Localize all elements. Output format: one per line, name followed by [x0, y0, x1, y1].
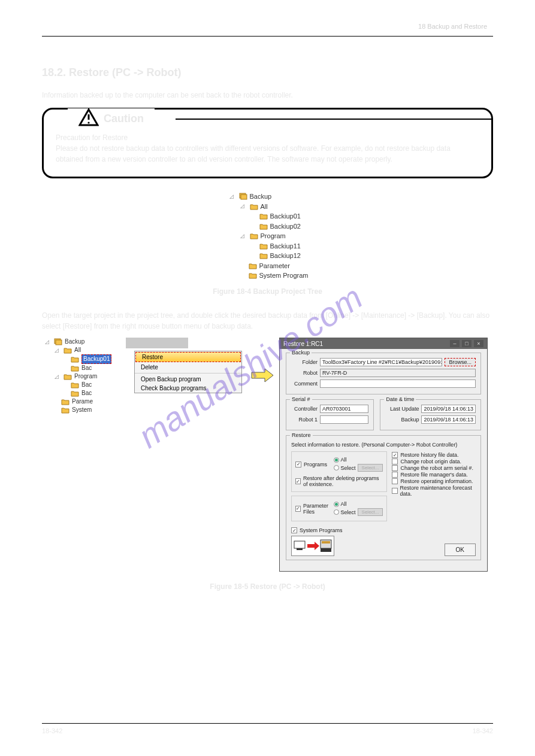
folder-icon	[259, 223, 268, 230]
checkbox-paramfiles[interactable]: ✓Parameter Files	[295, 503, 330, 515]
browse-button[interactable]: Browse...	[445, 358, 476, 366]
restore-dialog: Restore 1:RC1 – □ × Backup Folder ToolBo…	[279, 338, 488, 572]
robot1-label: Robot 1	[291, 417, 318, 423]
expand-icon[interactable]: ◿	[227, 193, 237, 201]
controller-label: Controller	[291, 406, 318, 412]
tree-leaf[interactable]: Bac	[81, 364, 92, 372]
tree-leaf-selected[interactable]: Backup01	[81, 354, 111, 364]
tree-leaf[interactable]: Backiup12	[270, 251, 301, 261]
backup-root-icon	[54, 338, 62, 345]
context-menu-open[interactable]: Open Backup program	[135, 375, 241, 384]
warning-triangle-icon	[78, 108, 99, 129]
radio-param-all[interactable]: All	[334, 501, 383, 507]
group-restore-legend: Restore	[290, 432, 313, 438]
select-param-button[interactable]: Select...	[358, 508, 383, 516]
tree-leaf[interactable]: Bac	[81, 389, 92, 397]
caution-line1: Precaution for Restore	[56, 132, 479, 143]
backupdt-input: 2019/09/18 14:06:13	[421, 415, 476, 424]
group-backup: Backup Folder ToolBox3¥Factory Line #2¥R…	[286, 353, 481, 394]
dialog-titlebar: Restore 1:RC1 – □ ×	[280, 338, 487, 349]
folder-icon	[259, 212, 268, 220]
tree-node-parameter[interactable]: Parame	[72, 397, 93, 406]
tree-node-program[interactable]: Program	[261, 231, 286, 241]
tree-node-system-program[interactable]: System	[72, 406, 92, 414]
tree-node-backup[interactable]: Backup	[250, 192, 272, 202]
select-programs-button[interactable]: Select...	[358, 464, 383, 472]
restore-instructions: Open the target project in the project t…	[42, 310, 493, 332]
close-icon[interactable]: ×	[474, 340, 483, 347]
figure-18-4: ◿Backup ◿All Backiup01 Backiup02 ◿Progra…	[42, 192, 493, 281]
checkbox-origin[interactable]: Change robot origin data.	[392, 459, 476, 464]
folder-icon	[250, 203, 258, 210]
top-rule	[42, 36, 493, 37]
expand-icon[interactable]: ◿	[238, 232, 247, 241]
tree-leaf[interactable]: Bac	[81, 381, 92, 389]
context-menu-check[interactable]: Check Backup programs	[135, 384, 241, 393]
tree-leaf[interactable]: Backiup01	[270, 211, 301, 221]
folder-icon	[64, 373, 72, 380]
folder-icon	[259, 252, 268, 259]
intro-text: Information backed up to the computer ca…	[42, 90, 493, 101]
checkbox-restore-after[interactable]: ✓Restore after deleting programs of exis…	[295, 475, 383, 487]
comment-input[interactable]	[320, 379, 476, 388]
page-footer: 18-342 18-342	[42, 723, 493, 734]
ok-button[interactable]: OK	[445, 544, 476, 556]
context-menu-restore[interactable]: Restore	[135, 352, 241, 362]
checkbox-arm[interactable]: Change the robot arm serial #.	[392, 465, 476, 471]
expand-icon[interactable]: ◿	[52, 347, 61, 354]
radio-programs-select[interactable]: SelectSelect...	[334, 464, 383, 472]
checkbox-filemgr[interactable]: Restore file manager's data.	[392, 472, 476, 478]
folder-icon	[249, 272, 257, 279]
tree-node-program[interactable]: Program	[74, 372, 97, 381]
checkbox-history[interactable]: ✓Restore history file data.	[392, 452, 476, 458]
tree-leaf[interactable]: Backiup02	[270, 221, 301, 232]
robot-input: RV-7FR-D	[320, 369, 476, 377]
tree-node-backup[interactable]: Backup	[65, 338, 84, 346]
pc-to-robot-icon	[291, 536, 334, 556]
caution-title: Caution	[104, 113, 144, 125]
tree-node-all[interactable]: All	[261, 202, 268, 212]
folder-icon	[71, 390, 79, 397]
radio-programs-all[interactable]: All	[334, 457, 383, 463]
group-serial: Serial # ControllerAR0703001 Robot 1	[286, 399, 374, 430]
tree-leaf[interactable]: Backiup11	[270, 241, 301, 251]
group-datetime: Date & time Last Update2019/09/18 14:06:…	[380, 399, 481, 430]
minimize-icon[interactable]: –	[450, 340, 460, 347]
expand-icon[interactable]: ◿	[52, 373, 61, 381]
checkbox-opinfo[interactable]: Restore operating information.	[392, 478, 476, 484]
group-datetime-legend: Date & time	[384, 396, 416, 402]
folder-label: Folder	[291, 359, 318, 365]
svg-rect-12	[322, 541, 330, 544]
figure-18-5: ◿Backup ◿All Backup01 Bac ◿Program Bac B…	[42, 338, 493, 572]
svg-marker-7	[252, 369, 273, 382]
dialog-title-text: Restore 1:RC1	[283, 341, 323, 347]
robot1-input	[320, 415, 368, 424]
figure-18-4-caption: Figure 18-4 Backup Project Tree	[42, 287, 493, 296]
maximize-icon[interactable]: □	[462, 340, 471, 347]
controller-input: AR0703001	[320, 405, 368, 413]
caution-rule	[176, 119, 492, 120]
folder-icon	[259, 242, 268, 250]
checkbox-programs[interactable]: ✓Programs	[295, 462, 327, 467]
folder-icon	[250, 232, 258, 239]
folder-icon	[61, 406, 69, 414]
tree-node-parameter[interactable]: Parameter	[259, 261, 290, 271]
folder-icon	[64, 347, 72, 354]
context-menu-delete[interactable]: Delete	[135, 363, 241, 372]
left-tree-panel: ◿Backup ◿All Backup01 Bac ◿Program Bac B…	[42, 338, 246, 414]
tree-node-all[interactable]: All	[74, 346, 81, 354]
checkbox-system-programs[interactable]: ✓System Programs	[291, 527, 476, 533]
tree-node-system-program[interactable]: System Program	[259, 271, 309, 281]
lastupdate-label: Last Update	[385, 406, 419, 412]
svg-rect-13	[321, 548, 331, 552]
folder-icon	[71, 365, 79, 372]
radio-param-select[interactable]: SelectSelect...	[334, 508, 383, 516]
checkbox-maint[interactable]: Restore maintenance forecast data.	[392, 485, 476, 497]
tree-backup-top: ◿Backup ◿All Backiup01 Backiup02 ◿Progra…	[227, 192, 309, 281]
expand-icon[interactable]: ◿	[238, 202, 247, 211]
folder-icon	[71, 381, 79, 388]
svg-rect-4	[241, 195, 247, 199]
svg-rect-8	[294, 541, 305, 548]
expand-icon[interactable]: ◿	[42, 338, 52, 346]
folder-input[interactable]: ToolBox3¥Factory Line #2¥RC1¥Backup¥2019…	[320, 358, 442, 366]
